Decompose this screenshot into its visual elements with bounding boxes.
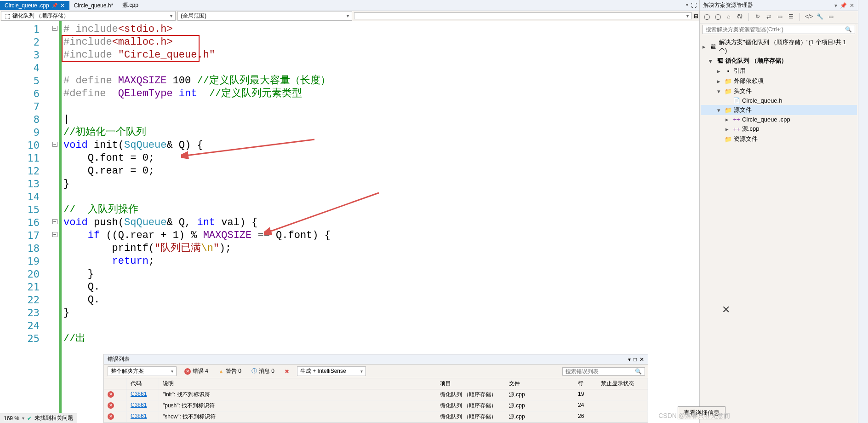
references-node[interactable]: ▸▪引用 [701, 66, 857, 76]
col-line[interactable]: 行 [574, 378, 597, 389]
error-table-header: 代码 说明 项目 文件 行 禁止显示状态 [104, 378, 648, 389]
search-icon[interactable]: 🔍 [845, 26, 852, 33]
col-code[interactable]: 代码 [127, 378, 159, 389]
tab-circle-queue-cpp[interactable]: Circle_queue .cpp 📌 ✕ [0, 1, 69, 10]
error-toolbar: 整个解决方案▾ ✕错误 4 ▲警告 0 ⓘ消息 0 ✖ 生成 + Intelli… [104, 365, 648, 378]
tabs-row: Circle_queue .cpp 📌 ✕ Circle_queue.h* 源.… [0, 0, 699, 11]
pin-icon[interactable]: 📌 [840, 2, 847, 9]
project-node[interactable]: ▾🏗循化队列 （顺序存储） [701, 56, 857, 66]
view-code-icon[interactable]: </> [805, 13, 813, 21]
wrench-icon[interactable]: 🔧 [816, 13, 824, 21]
tabs-dropdown-icon[interactable]: ▾ [686, 2, 688, 9]
dropdown-icon[interactable]: ▾ [628, 356, 631, 363]
chevron-down-icon: ▾ [171, 369, 173, 374]
zoom-level[interactable]: 169 % [4, 415, 19, 422]
warnings-filter-button[interactable]: ▲警告 0 [215, 366, 245, 377]
refs-icon: ▪ [725, 68, 732, 75]
status-bar: 169 % ▾ ✔ 未找到相关问题 [0, 413, 77, 423]
window-icon[interactable]: □ [634, 356, 637, 363]
col-file[interactable]: 文件 [505, 378, 574, 389]
error-scope-selector[interactable]: 整个解决方案▾ [108, 366, 177, 376]
side-tabs[interactable] [858, 0, 868, 423]
line-number-gutter: 1234567891011121314151617181920212223242… [0, 21, 51, 423]
build-filter-selector[interactable]: 生成 + IntelliSense▾ [297, 366, 366, 376]
info-icon: ⓘ [251, 367, 257, 375]
properties-icon[interactable]: ☰ [787, 13, 795, 21]
col-suppress[interactable]: 禁止显示状态 [597, 378, 648, 389]
error-list-title: 错误列表 [108, 355, 130, 363]
context-bar: ⬚ 循化队列 （顺序存储） ▾ (全局范围) ▾ ▾ ⊟ [0, 11, 699, 21]
header-file[interactable]: 📄Circle_queue.h [701, 96, 857, 105]
source-file[interactable]: ▸++Circle_queue .cpp [701, 115, 857, 124]
headers-folder[interactable]: ▾📁头文件 [701, 86, 857, 96]
error-search[interactable]: 🔍 [562, 367, 645, 376]
chevron-down-icon[interactable]: ▾ [22, 416, 24, 421]
chevron-down-icon: ▾ [170, 13, 172, 18]
tab-label: 源.cpp [122, 1, 138, 9]
solution-tree[interactable]: ▸🏛解决方案"循化队列 （顺序存储）"(1 个项目/共 1 个) ▾🏗循化队列 … [700, 35, 858, 146]
solution-root[interactable]: ▸🏛解决方案"循化队列 （顺序存储）"(1 个项目/共 1 个) [701, 37, 857, 56]
project-icon: ⬚ [4, 13, 11, 19]
search-icon[interactable]: 🔍 [635, 368, 642, 375]
fold-column[interactable]: −−−− [51, 21, 59, 423]
scope-selector[interactable]: (全局范围) ▾ [177, 11, 352, 21]
forward-icon[interactable]: ◯ [714, 13, 722, 21]
split-icon[interactable]: ⊟ [693, 13, 699, 19]
watermark: CSDN @落春只在无意间 [658, 412, 730, 420]
source-file[interactable]: ▸++源.cpp [701, 124, 857, 134]
close-icon[interactable]: ✕ [722, 304, 730, 316]
solution-search-input[interactable] [706, 26, 845, 33]
solution-toolbar: ◯ ◯ ⌂ 🗘 ↻ ⇄ ▭ ☰ </> 🔧 ▭ [700, 11, 858, 23]
project-icon: 🏗 [716, 58, 724, 64]
external-deps-node[interactable]: ▸📁外部依赖项 [701, 76, 857, 86]
error-list-panel: 错误列表 ▾ □ ✕ 整个解决方案▾ ✕错误 4 ▲警告 0 ⓘ消息 0 ✖ 生… [103, 354, 648, 423]
error-row[interactable]: ✕C3861"push": 找不到标识符循化队列 （顺序存储）源.cpp24 [104, 400, 648, 411]
expand-icon[interactable]: ⛶ [691, 2, 697, 9]
col-project[interactable]: 项目 [436, 378, 505, 389]
resources-folder[interactable]: 📁资源文件 [701, 134, 857, 144]
close-icon[interactable]: ✕ [850, 2, 854, 9]
clear-filter-button[interactable]: ✖ [281, 367, 292, 376]
back-icon[interactable]: ◯ [702, 13, 711, 21]
tab-circle-queue-h[interactable]: Circle_queue.h* [69, 1, 118, 10]
show-all-icon[interactable]: ▭ [776, 13, 784, 21]
folder-icon: 📁 [725, 107, 732, 114]
refresh-icon[interactable]: ↻ [754, 13, 762, 21]
error-table[interactable]: 代码 说明 项目 文件 行 禁止显示状态 ✕C3861"init": 找不到标识… [104, 378, 648, 423]
h-file-icon: 📄 [733, 97, 740, 104]
folder-icon: 📁 [725, 136, 732, 143]
error-list-title-bar: 错误列表 ▾ □ ✕ [104, 354, 648, 365]
cpp-file-icon: ++ [733, 126, 740, 133]
scope-selector-label: (全局范围) [181, 12, 206, 20]
error-search-input[interactable] [565, 368, 635, 375]
solution-search[interactable]: 🔍 [702, 25, 855, 34]
solution-explorer: 解决方案资源管理器 ▾ 📌 ✕ ◯ ◯ ⌂ 🗘 ↻ ⇄ ▭ ☰ </> 🔧 ▭ … [699, 0, 858, 423]
project-selector-label: 循化队列 （顺序存储） [12, 12, 69, 20]
tab-source-cpp[interactable]: 源.cpp [118, 0, 143, 11]
sync-icon[interactable]: 🗘 [736, 13, 744, 21]
panel-title-bar: 解决方案资源管理器 ▾ 📌 ✕ [700, 0, 858, 11]
errors-filter-button[interactable]: ✕错误 4 [181, 366, 211, 377]
separator [799, 13, 800, 21]
close-icon[interactable]: ✕ [640, 356, 644, 363]
panel-title: 解决方案资源管理器 [703, 1, 753, 9]
member-selector[interactable]: ▾ [354, 12, 692, 19]
chevron-down-icon: ▾ [347, 13, 349, 18]
col-desc[interactable]: 说明 [159, 378, 436, 389]
warning-icon: ▲ [218, 368, 224, 375]
error-row[interactable]: ✕C3861"init": 找不到标识符循化队列 （顺序存储）源.cpp19 [104, 389, 648, 400]
sources-folder[interactable]: ▾📁源文件 [701, 105, 857, 115]
minus-icon[interactable]: ▭ [827, 13, 835, 21]
error-row[interactable]: ✕C3861"show": 找不到标识符循化队列 （顺序存储）源.cpp26 [104, 411, 648, 423]
pin-icon[interactable]: 📌 [52, 3, 57, 8]
project-selector[interactable]: ⬚ 循化队列 （顺序存储） ▾ [1, 11, 176, 21]
collapse-icon[interactable]: ⇄ [765, 13, 773, 21]
dropdown-icon[interactable]: ▾ [834, 2, 837, 9]
separator [748, 13, 749, 21]
clear-icon: ✖ [285, 368, 289, 375]
messages-filter-button[interactable]: ⓘ消息 0 [248, 366, 278, 377]
tab-label: Circle_queue .cpp [5, 2, 49, 9]
close-icon[interactable]: ✕ [60, 2, 65, 9]
tab-label: Circle_queue.h* [74, 2, 113, 9]
home-icon[interactable]: ⌂ [725, 13, 733, 21]
